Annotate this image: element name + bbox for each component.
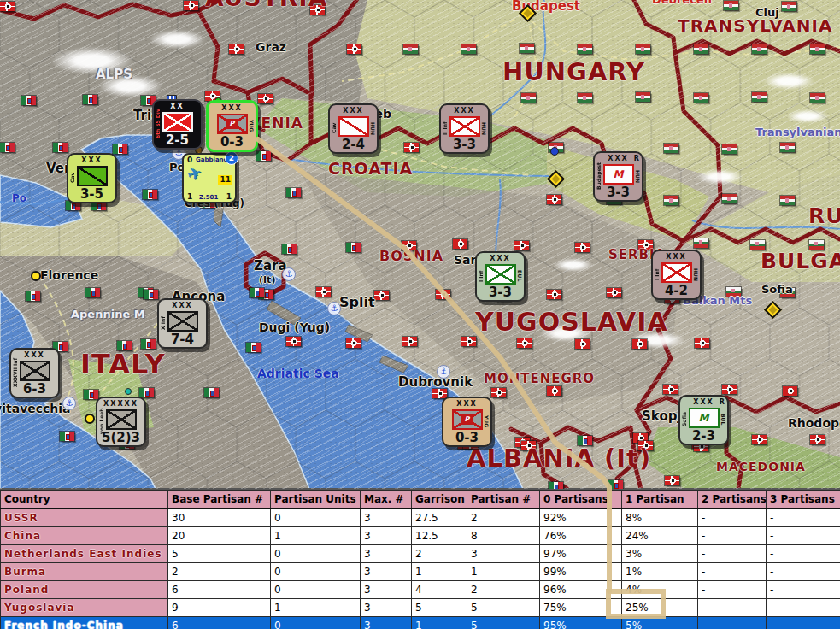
unit-counter[interactable]: XXXRBudapestHUNM3-3 xyxy=(593,151,643,202)
unit-counter[interactable]: XXXII InfHUN3-3 xyxy=(439,103,490,154)
hungarian-flag-icon xyxy=(694,44,708,54)
value-cell: 92% xyxy=(540,508,622,527)
air-unit-counter[interactable]: 0Gabbiano211✈1Z.5011 xyxy=(182,153,237,203)
hungarian-flag-icon xyxy=(403,44,418,54)
table-row[interactable]: Poland6034296%4%-- xyxy=(1,581,840,599)
unit-counter[interactable]: XXXCavHUN2-4 xyxy=(328,103,379,154)
unit-strength-value: 6-3 xyxy=(11,382,58,397)
unit-strength-value: 5(2)3 xyxy=(97,431,144,445)
partisan-letter: P xyxy=(461,414,473,425)
value-cell: - xyxy=(698,508,767,527)
unit-nato-symbol-icon xyxy=(162,112,193,132)
value-cell: 3 xyxy=(361,545,412,563)
country-cell: Yugoslavia xyxy=(1,599,168,617)
unit-counter[interactable]: XX6th SS Div2-5 xyxy=(152,99,203,150)
value-cell: - xyxy=(698,581,767,599)
value-cell: - xyxy=(698,545,767,563)
hungarian-flag-icon xyxy=(780,196,795,205)
table-row[interactable]: China201312.5876%24%-- xyxy=(1,527,840,545)
italian-flag-icon xyxy=(83,95,97,104)
country-cell: USSR xyxy=(1,508,168,527)
bulgarian-flag-icon xyxy=(694,238,708,248)
unit-counter[interactable]: XXXCav3-5 xyxy=(67,153,117,203)
hungarian-flag-icon xyxy=(664,196,678,205)
table-row[interactable]: Burma2031199%1%-- xyxy=(1,563,840,581)
hungarian-flag-icon xyxy=(752,92,767,102)
unit-nato-symbol-icon: P xyxy=(217,114,248,134)
german-flag-icon xyxy=(436,290,450,299)
symbol-stroke xyxy=(451,118,479,135)
symbol-stroke xyxy=(169,313,197,330)
value-cell: 30 xyxy=(168,508,271,527)
air-unit-model: Z.501 xyxy=(199,194,218,201)
unit-counter[interactable]: XXXI InfBUL3-3 xyxy=(475,251,526,302)
unit-counter[interactable]: XXXXXXVII Inf6-3 xyxy=(9,348,60,398)
port-anchor-icon: ⚓ xyxy=(437,365,450,379)
italian-flag-icon xyxy=(250,288,264,297)
unit-nato-symbol-icon xyxy=(338,116,369,137)
unit-counter[interactable]: XXXYUGP0-3 xyxy=(206,100,258,152)
country-cell: Netherlands East Indies xyxy=(1,545,168,563)
german-flag-icon xyxy=(607,288,621,297)
value-cell: - xyxy=(767,545,840,563)
value-cell: 3 xyxy=(467,545,540,563)
hungarian-flag-icon xyxy=(782,2,796,11)
german-flag-icon xyxy=(575,339,590,349)
town-marker xyxy=(31,271,41,281)
partisan-letter: P xyxy=(226,119,238,129)
column-header: 2 Partisans xyxy=(698,491,767,509)
table-row[interactable]: Yugoslavia9135575%25%-- xyxy=(1,599,840,617)
german-flag-icon xyxy=(547,195,561,204)
german-flag-icon xyxy=(665,476,679,485)
german-flag-icon xyxy=(638,441,653,450)
symbol-stroke xyxy=(340,118,367,135)
game-map[interactable]: AUSTRIAHUNGARYTRANSYLVANIAClujBudapestDe… xyxy=(0,0,840,489)
hungarian-flag-icon xyxy=(578,93,592,103)
unit-counter[interactable]: XXXRSofiaBULM2-3 xyxy=(678,395,729,445)
italian-flag-icon xyxy=(204,388,219,397)
value-cell: 27.5 xyxy=(412,508,467,527)
table-row[interactable]: French Indo-China6031595%5%-- xyxy=(1,617,840,629)
unit-counter[interactable]: XXXXXvon Leeb5(2)3 xyxy=(96,397,146,447)
value-cell: - xyxy=(698,527,767,545)
hungarian-flag-icon xyxy=(520,44,534,53)
value-cell: 3 xyxy=(361,527,412,545)
unit-counter[interactable]: XXXYUGP0-3 xyxy=(442,397,492,447)
value-cell: 1 xyxy=(467,563,540,581)
value-cell: 3 xyxy=(361,617,412,629)
italian-flag-icon xyxy=(141,339,156,349)
value-cell: 8% xyxy=(622,508,698,527)
unit-counter[interactable]: XXXI InfHUN4-2 xyxy=(651,250,702,300)
hungarian-flag-icon xyxy=(724,1,738,10)
table-row[interactable]: Netherlands East Indies5032397%3%-- xyxy=(1,545,840,563)
german-flag-icon xyxy=(491,388,506,397)
german-flag-icon xyxy=(461,337,476,346)
unit-strength-value: 3-3 xyxy=(477,285,524,300)
value-cell: 6 xyxy=(168,617,271,629)
value-cell: 1 xyxy=(412,563,467,581)
value-cell: 2 xyxy=(168,563,271,581)
german-flag-icon xyxy=(632,339,647,349)
hungarian-flag-icon xyxy=(578,44,592,54)
map-marker-dot xyxy=(550,147,559,156)
column-header: Base Partisan # xyxy=(168,491,271,509)
air-unit-name: Gabbiano xyxy=(196,156,227,163)
italian-flag-icon xyxy=(549,482,563,489)
italian-flag-icon xyxy=(21,96,36,105)
unit-counter[interactable]: XXXX Inf7-4 xyxy=(157,298,208,349)
table-row[interactable]: USSR300327.5292%8%-- xyxy=(1,508,840,527)
italian-flag-icon xyxy=(256,151,271,161)
hungarian-flag-icon xyxy=(722,144,737,154)
german-flag-icon xyxy=(310,5,325,15)
port-anchor-icon: ⚓ xyxy=(62,397,76,410)
german-flag-icon xyxy=(374,291,389,300)
unit-strength-value: 3-5 xyxy=(68,187,115,202)
value-cell: 76% xyxy=(540,527,622,545)
italian-flag-icon xyxy=(346,243,361,252)
unit-nato-symbol-icon xyxy=(106,409,137,430)
value-cell: - xyxy=(767,581,840,599)
value-cell: 75% xyxy=(540,599,622,617)
map-marker-dot xyxy=(125,388,132,395)
german-flag-icon xyxy=(346,338,361,348)
symbol-stroke xyxy=(487,266,514,283)
